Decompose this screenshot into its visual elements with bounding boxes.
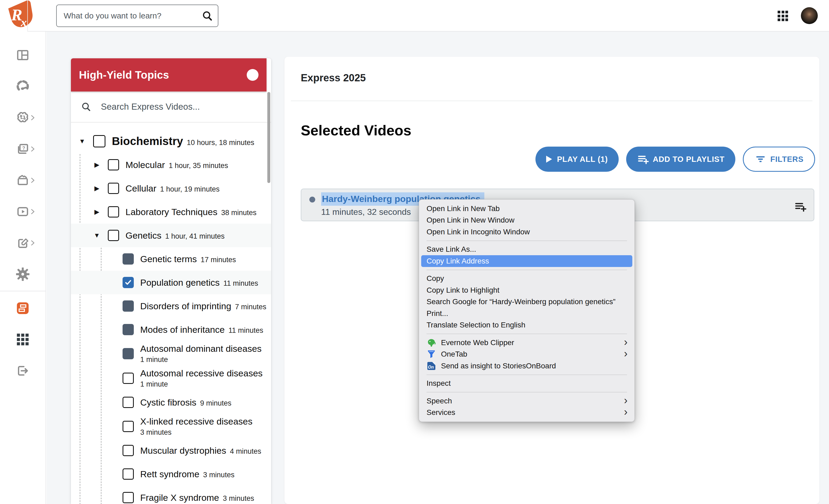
topic-duration: 3 minutes: [140, 428, 253, 437]
menu-item[interactable]: Copy: [419, 273, 635, 285]
settings-icon: [16, 267, 29, 281]
sidebar-item-signout[interactable]: [0, 355, 45, 386]
checkbox-unchecked[interactable]: [108, 230, 119, 241]
sidebar-item-flashcards[interactable]: ?: [0, 133, 45, 165]
panel-scrollbar-thumb[interactable]: [267, 92, 270, 183]
sidebar-item-dashboard[interactable]: [0, 39, 45, 71]
tree-row[interactable]: ▼Genetics1 hour, 41 minutes: [71, 224, 271, 247]
submenu-chevron-icon: ›: [624, 353, 627, 355]
global-search: [56, 5, 218, 27]
menu-item-label: Evernote Web Clipper: [441, 338, 514, 347]
checkbox-filled[interactable]: [122, 300, 134, 312]
tree-row[interactable]: Autosomal recessive diseases1 minute: [71, 366, 271, 391]
checkbox-unchecked[interactable]: [122, 421, 134, 432]
videos-icon: [16, 205, 29, 218]
tree-row[interactable]: ▶Molecular1 hour, 35 minutes: [71, 153, 271, 177]
menu-item[interactable]: Speech›: [419, 395, 635, 407]
tree-row[interactable]: X-linked recessive diseases3 minutes: [71, 414, 271, 439]
usmle-rx-logo[interactable]: R x: [3, 1, 39, 29]
sidebar-item-bricks-logo[interactable]: [0, 292, 45, 324]
sidebar-item-card-deck[interactable]: [0, 165, 45, 196]
topic-label: Muscular dystrophies: [140, 445, 226, 456]
checkbox-unchecked[interactable]: [108, 183, 119, 194]
add-to-playlist-button[interactable]: ADD TO PLAYLIST: [626, 147, 735, 172]
tree-row[interactable]: Muscular dystrophies4 minutes: [71, 439, 271, 462]
add-to-playlist-label: ADD TO PLAYLIST: [653, 155, 725, 164]
checkbox-unchecked[interactable]: [93, 135, 105, 147]
tree-row[interactable]: Genetic terms17 minutes: [71, 247, 271, 271]
gauge-icon: [16, 80, 29, 93]
brain-icon: [16, 111, 29, 124]
global-search-input[interactable]: [57, 11, 201, 20]
tree-row[interactable]: Autosomal dominant diseases1 minute: [71, 341, 271, 366]
tree-row[interactable]: Fragile X syndrome3 minutes: [71, 486, 271, 504]
checkbox-filled[interactable]: [122, 253, 134, 264]
sidebar-item-brain[interactable]: [0, 102, 45, 133]
expand-toggle-icon[interactable]: ▶: [92, 161, 101, 168]
info-icon[interactable]: [247, 69, 258, 81]
svg-text:On: On: [428, 365, 434, 369]
menu-item-label: OneTab: [441, 350, 467, 358]
checkbox-unchecked[interactable]: [122, 492, 134, 503]
menu-item[interactable]: Search Google for “Hardy-Weinberg popula…: [419, 296, 635, 308]
menu-item-label: Speech: [427, 397, 452, 405]
menu-item[interactable]: Open Link in New Window: [419, 215, 635, 226]
tree-row[interactable]: Cystic fibrosis9 minutes: [71, 391, 271, 414]
tree-row[interactable]: Population genetics11 minutes: [71, 271, 271, 294]
tree-row[interactable]: Disorders of imprinting7 minutes: [71, 294, 271, 318]
edit-icon: [16, 236, 29, 250]
checkbox-unchecked[interactable]: [122, 373, 134, 384]
chevron-right-icon: [29, 114, 36, 121]
tree-row[interactable]: ▶Cellular1 hour, 19 minutes: [71, 177, 271, 200]
sidebar-item-apps-grid-dark[interactable]: [0, 324, 45, 355]
chevron-right-icon: [29, 146, 36, 152]
filters-button[interactable]: FILTERS: [743, 147, 815, 172]
checkbox-unchecked[interactable]: [108, 206, 119, 217]
left-rail: ?: [0, 32, 46, 504]
menu-item[interactable]: Evernote Web Clipper›: [419, 337, 635, 349]
avatar[interactable]: [801, 7, 818, 24]
menu-item[interactable]: Save Link As...: [419, 244, 635, 255]
menu-item[interactable]: Open Link in Incognito Window: [419, 226, 635, 238]
checkbox-filled[interactable]: [122, 324, 134, 335]
tree-row[interactable]: ▼Biochemistry10 hours, 18 minutes: [71, 130, 271, 153]
bullet-icon: [309, 196, 315, 203]
search-icon[interactable]: [201, 10, 214, 22]
checkbox-filled[interactable]: [122, 348, 134, 359]
play-all-button[interactable]: PLAY ALL (1): [535, 147, 618, 172]
playlist-add-icon[interactable]: [794, 200, 807, 213]
tree-row[interactable]: ▶Laboratory Techniques38 minutes: [71, 200, 271, 224]
expand-toggle-icon[interactable]: ▶: [92, 185, 101, 191]
menu-item[interactable]: OneTab›: [419, 349, 635, 360]
sidebar-item-videos[interactable]: [0, 196, 45, 227]
checkbox-unchecked[interactable]: [108, 159, 119, 170]
onetab-icon: [427, 349, 436, 359]
collapse-toggle-icon[interactable]: ▼: [78, 138, 87, 144]
tree-row[interactable]: Modes of inheritance11 minutes: [71, 318, 271, 341]
apps-grid-icon[interactable]: [778, 11, 788, 21]
panel-search-input[interactable]: [100, 101, 261, 112]
menu-item-label: Services: [427, 408, 455, 417]
sidebar-item-gauge[interactable]: [0, 71, 45, 102]
checkbox-unchecked[interactable]: [122, 397, 134, 408]
sidebar-item-settings[interactable]: [0, 258, 45, 290]
tree-row[interactable]: Rett syndrome3 minutes: [71, 462, 271, 486]
menu-item[interactable]: Translate Selection to English: [419, 319, 635, 331]
checkbox-unchecked[interactable]: [122, 445, 134, 456]
menu-item[interactable]: Copy Link Address: [421, 255, 632, 267]
play-all-label: PLAY ALL (1): [557, 155, 608, 164]
sidebar-item-edit[interactable]: [0, 227, 45, 258]
menu-item[interactable]: OnSend as insight to StoriesOnBoard: [419, 360, 635, 372]
menu-item[interactable]: Print...: [419, 308, 635, 319]
page-title: Selected Videos: [301, 122, 411, 139]
checkbox-unchecked[interactable]: [122, 468, 134, 480]
menu-item[interactable]: Open Link in New Tab: [419, 203, 635, 215]
collapse-toggle-icon[interactable]: ▼: [92, 232, 101, 239]
menu-item[interactable]: Services›: [419, 407, 635, 419]
expand-toggle-icon[interactable]: ▶: [92, 209, 101, 215]
checkbox-checked[interactable]: [122, 277, 134, 288]
menu-item[interactable]: Inspect: [419, 378, 635, 390]
topic-label: Autosomal dominant diseases: [140, 344, 262, 354]
context-menu: Open Link in New TabOpen Link in New Win…: [419, 199, 635, 422]
menu-item[interactable]: Copy Link to Highlight: [419, 284, 635, 296]
